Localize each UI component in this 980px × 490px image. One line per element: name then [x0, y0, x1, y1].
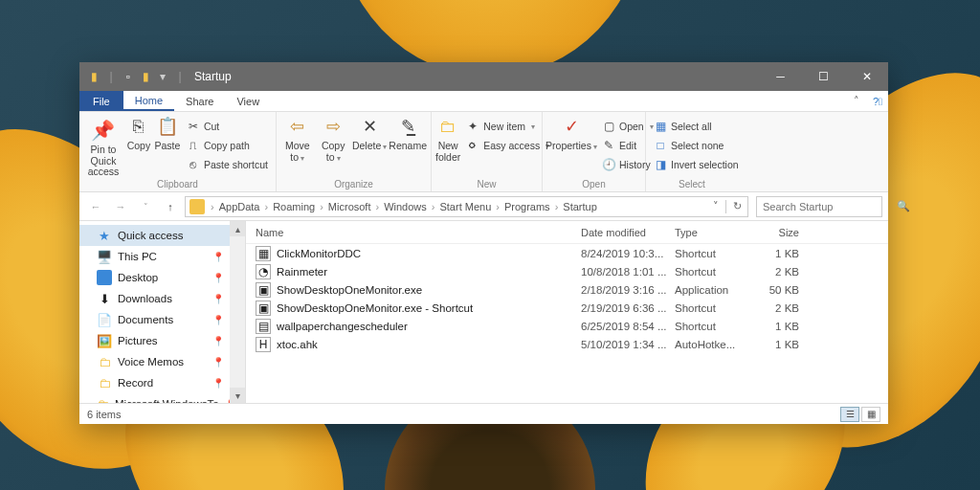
nav-item[interactable]: 🗀Voice Memos📍 — [79, 351, 245, 372]
tab-view[interactable]: View — [225, 91, 271, 111]
select-none-button[interactable]: □Select none — [650, 137, 743, 154]
scroll-down-icon[interactable]: ▾ — [230, 388, 245, 403]
titlebar[interactable]: ▮ | ▫ ▮ ▾ | Startup ─ ☐ ✕ — [79, 62, 888, 91]
navigation-pane: ★Quick access 🖥️This PC📍Desktop📍⬇Downloa… — [79, 221, 246, 403]
invert-selection-button[interactable]: ◨Invert selection — [650, 156, 743, 173]
file-size: 2 KB — [749, 302, 799, 314]
qa-new-folder-icon[interactable]: ▮ — [137, 70, 154, 83]
address-bar: ← → ˅ ↑ › AppData›Roaming›Microsoft›Wind… — [79, 192, 888, 221]
nav-item[interactable]: 🖥️This PC📍 — [79, 246, 245, 267]
minimize-button[interactable]: ─ — [759, 62, 802, 91]
qa-dropdown-icon[interactable]: ▾ — [154, 70, 171, 83]
nav-quick-access[interactable]: ★Quick access — [79, 225, 245, 246]
search-input[interactable] — [761, 200, 897, 213]
file-size: 50 KB — [749, 284, 799, 296]
pin-icon: 📍 — [212, 378, 224, 389]
nav-up-button[interactable]: ↑ — [160, 196, 181, 217]
new-item-button[interactable]: ✦New item▾ — [462, 118, 553, 135]
easy-access-icon: ⭘ — [466, 139, 479, 152]
copy-to-button[interactable]: ⇨Copy to▾ — [316, 114, 349, 163]
col-size[interactable]: Size — [749, 227, 799, 238]
scroll-up-icon[interactable]: ▴ — [230, 221, 245, 236]
pin-icon: 📍 — [212, 357, 224, 368]
paste-shortcut-button[interactable]: ⎋Paste shortcut — [183, 156, 272, 173]
nav-label: Pictures — [118, 335, 158, 346]
tab-file[interactable]: File — [79, 91, 123, 111]
col-date[interactable]: Date modified — [581, 227, 675, 238]
nav-forward-button[interactable]: → — [110, 196, 131, 217]
file-row[interactable]: ◔Rainmeter10/8/2018 1:01 ...Shortcut2 KB — [246, 262, 888, 280]
pin-icon: 📍 — [212, 252, 224, 262]
breadcrumb-sep[interactable]: › — [373, 201, 381, 212]
file-row[interactable]: ▣ShowDesktopOneMonitor.exe2/18/2019 3:16… — [246, 280, 888, 299]
delete-button[interactable]: ✕Delete▾ — [352, 114, 387, 152]
file-row[interactable]: ▣ShowDesktopOneMonitor.exe - Shortcut2/1… — [246, 299, 888, 317]
move-to-button[interactable]: ⇦Move to▾ — [280, 114, 314, 163]
view-details-button[interactable]: ☰ — [840, 407, 859, 422]
cut-button[interactable]: ✂Cut — [183, 118, 272, 135]
breadcrumb-segment[interactable]: Programs — [501, 201, 553, 212]
refresh-icon[interactable]: ↻ — [733, 200, 742, 212]
nav-icon: ⬇ — [97, 291, 112, 306]
location-folder-icon — [189, 199, 205, 214]
view-icons-button[interactable]: ▦ — [861, 407, 880, 422]
file-row[interactable]: ▦ClickMonitorDDC8/24/2019 10:3...Shortcu… — [246, 244, 888, 262]
edit-icon: ✎ — [602, 139, 615, 152]
breadcrumb-sep[interactable]: › — [318, 201, 325, 212]
nav-item[interactable]: 📄Documents📍 — [79, 309, 245, 330]
rename-button[interactable]: ✎̲Rename — [389, 114, 427, 152]
breadcrumb-segment[interactable]: Windows — [381, 201, 430, 212]
breadcrumb-sep[interactable]: › — [262, 201, 270, 212]
nav-back-button[interactable]: ← — [85, 196, 106, 217]
ribbon-collapse-icon[interactable]: ˄ — [846, 91, 867, 111]
nav-item[interactable]: 🖼️Pictures📍 — [79, 330, 245, 351]
nav-item[interactable]: 🗀Microsoft.WindowsTe📍 — [79, 393, 245, 403]
file-row[interactable]: Hxtoc.ahk5/10/2019 1:34 ...AutoHotke...1… — [246, 335, 888, 353]
breadcrumb-segment[interactable]: Startup — [560, 201, 599, 212]
file-type: Shortcut — [675, 302, 749, 314]
column-headers[interactable]: Name Date modified Type Size — [246, 221, 888, 244]
tab-home[interactable]: Home — [123, 91, 174, 111]
folder-icon: ▮ — [85, 70, 102, 83]
nav-recent-dropdown[interactable]: ˅ — [135, 196, 156, 217]
nav-scrollbar[interactable]: ▴ ▾ — [230, 221, 245, 403]
nav-label: Voice Memos — [118, 356, 184, 368]
nav-item[interactable]: ⬇Downloads📍 — [79, 288, 245, 309]
breadcrumb-segment[interactable]: Microsoft — [325, 201, 374, 212]
file-size: 1 KB — [749, 248, 799, 259]
nav-item[interactable]: 🗀Record📍 — [79, 372, 245, 393]
nav-item[interactable]: Desktop📍 — [79, 267, 245, 288]
breadcrumb-sep[interactable]: › — [494, 201, 501, 212]
breadcrumb-dropdown-icon[interactable]: ˅ — [713, 200, 719, 212]
breadcrumb-segment[interactable]: Start Menu — [436, 201, 494, 212]
maximize-button[interactable]: ☐ — [802, 62, 845, 91]
help-icon[interactable]: ?⃝ — [867, 91, 888, 111]
pin-quick-access-button[interactable]: 📌Pin to Quick access — [83, 114, 123, 178]
copy-button[interactable]: ⎘Copy — [125, 114, 152, 152]
breadcrumb-segment[interactable]: Roaming — [270, 201, 318, 212]
select-all-button[interactable]: ▦Select all — [650, 118, 743, 135]
tab-share[interactable]: Share — [174, 91, 225, 111]
copy-label: Copy — [127, 141, 151, 152]
new-folder-button[interactable]: 🗀New folder — [435, 114, 460, 163]
file-icon: ◔ — [256, 264, 271, 279]
search-box[interactable]: 🔍 — [756, 196, 882, 217]
delete-icon: ✕ — [359, 118, 380, 139]
close-button[interactable]: ✕ — [845, 62, 888, 91]
file-date: 5/10/2019 1:34 ... — [581, 339, 675, 350]
copy-path-button[interactable]: ⎍Copy path — [183, 137, 272, 154]
col-type[interactable]: Type — [675, 227, 749, 238]
breadcrumb[interactable]: › AppData›Roaming›Microsoft›Windows›Star… — [185, 196, 748, 217]
easy-access-button[interactable]: ⭘Easy access▾ — [462, 137, 553, 154]
qa-properties-icon[interactable]: ▫ — [120, 70, 137, 83]
properties-button[interactable]: ✓Properties▾ — [546, 114, 596, 152]
col-name[interactable]: Name — [256, 227, 581, 238]
ribbon-tab-strip: File Home Share View ˄ ?⃝ — [79, 91, 888, 112]
file-name: Rainmeter — [277, 266, 581, 278]
file-row[interactable]: ▤wallpaperchangescheduler6/25/2019 8:54 … — [246, 317, 888, 335]
file-icon: H — [256, 337, 271, 352]
breadcrumb-sep[interactable]: › — [209, 201, 216, 212]
breadcrumb-segment[interactable]: AppData — [216, 201, 263, 212]
file-date: 6/25/2019 8:54 ... — [581, 321, 675, 332]
paste-button[interactable]: 📋Paste — [154, 114, 181, 152]
